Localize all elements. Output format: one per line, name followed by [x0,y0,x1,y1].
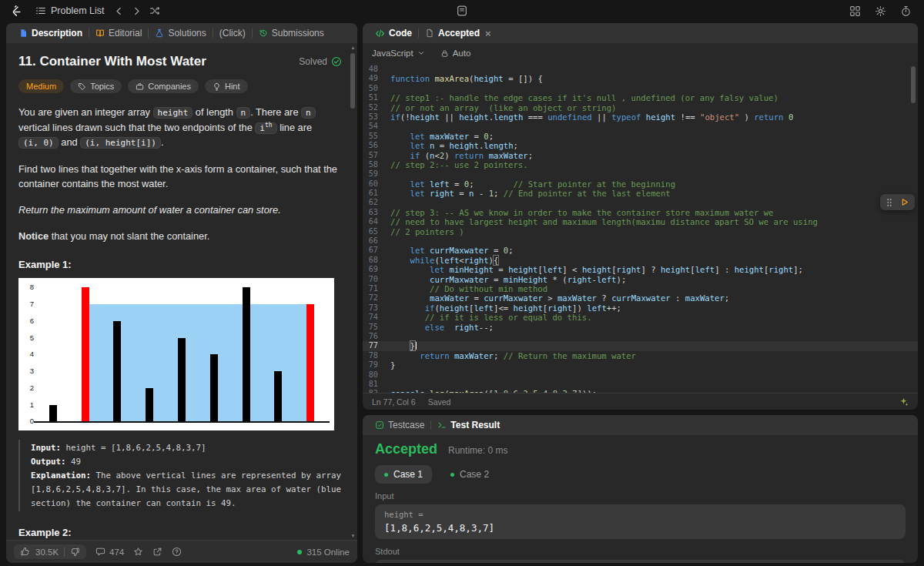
code-line[interactable]: 69 let minHeight = height[left] < height… [363,265,918,274]
code-line[interactable]: 81 [363,380,918,389]
problem-list-button[interactable]: Problem List [32,3,108,18]
stdout-box[interactable] [375,560,906,563]
code-line[interactable]: 80 [363,370,918,380]
question-icon [172,547,182,557]
code-line[interactable]: 79} [363,360,918,370]
code-line[interactable]: 78 return maxWater; // Return the maximu… [363,351,918,360]
input-box[interactable]: height = [1,8,6,2,5,4,8,3,7] [375,504,906,539]
tab-click[interactable]: (Click) [213,28,252,39]
code-line[interactable]: 62 [363,198,918,207]
line-number: 80 [363,370,390,380]
code-line[interactable]: 60 let left = 0; // Start pointer at the… [363,179,918,189]
code-line[interactable]: 50 [363,84,918,93]
layout-button[interactable] [848,4,862,18]
favorite-button[interactable] [133,547,143,557]
floating-run-widget [880,194,915,210]
drag-handle-icon[interactable] [886,198,893,207]
code-line[interactable]: 51// step1 :- handle the edge cases if i… [363,93,918,102]
code-line[interactable]: 59 [363,169,918,179]
editor-scrollbar[interactable] [910,65,917,391]
code-line[interactable]: 74 // if it is less or equal do this. [363,313,918,322]
inline-code: (i, height[i]) [80,137,161,149]
code-line[interactable]: 82console.log(maxArea([1,8,6,2,5,4,8,3,7… [363,389,918,393]
problem-paragraph-4: Notice that you may not slant the contai… [18,229,342,243]
prev-problem-button[interactable] [112,5,126,18]
tab-editorial[interactable]: Editorial [89,28,148,39]
case-1-tab[interactable]: Case 1 [375,465,432,484]
tab-test-result[interactable]: Test Result [431,420,506,430]
topics-chip[interactable]: Topics [70,79,122,93]
code-line[interactable]: 55 let maxWater = 0; [363,132,918,141]
shuffle-button[interactable] [148,4,162,18]
description-scrollbar[interactable]: ▲ ▼ [350,45,357,538]
notebook-button[interactable] [454,3,470,18]
code-line[interactable]: 58// step 2:-- use 2 pointers. [363,160,918,169]
testcase-check-icon [375,420,384,430]
hint-chip[interactable]: Hint [205,79,248,93]
code-line[interactable]: 76 [363,332,918,341]
timer-button[interactable] [899,4,913,18]
code-line[interactable]: 72 maxWater = currMaxwater > maxWater ? … [363,293,918,303]
code-line[interactable]: 77 } [363,341,918,350]
scroll-up-arrow[interactable]: ▲ [350,45,357,50]
code-line[interactable]: 49function maxArea(height = []) { [363,74,918,83]
line-number: 73 [363,303,390,313]
settings-button[interactable] [873,4,888,18]
code-line[interactable]: 64// need to have largest height and max… [363,217,918,226]
difficulty-badge[interactable]: Medium [18,79,64,93]
code-line[interactable]: 57 if (n<2) return maxWater; [363,151,918,160]
code-line[interactable]: 48 [363,65,918,74]
tab-accepted[interactable]: Accepted × [419,28,497,39]
scrollbar-thumb[interactable] [350,53,355,109]
leetcode-logo[interactable] [8,3,24,19]
next-problem-button[interactable] [130,5,143,18]
scroll-down-arrow[interactable]: ▼ [350,533,357,538]
code-line[interactable]: 71 // Do without min method [363,284,918,293]
code-line[interactable]: 63// step 3: -- AS we know in order to m… [363,208,918,217]
thumbs-up-icon[interactable] [20,547,30,557]
feedback-button[interactable] [172,547,182,557]
tab-solutions[interactable]: Solutions [149,28,212,39]
code-line[interactable]: 54 [363,122,918,131]
code-editor[interactable]: 4849function maxArea(height = []) {5051/… [363,63,918,393]
code-line[interactable]: 52// or not an array (like an object or … [363,103,918,112]
case-2-tab[interactable]: Case 2 [441,465,498,484]
tab-label: Editorial [109,28,142,39]
like-count: 30.5K [35,548,59,557]
submissions-icon [259,28,268,38]
thumbs-down-icon[interactable] [70,547,80,557]
autocomplete-toggle[interactable]: Auto [440,49,471,58]
close-tab-icon[interactable]: × [485,28,491,39]
y-tick-label: 0 [20,417,34,425]
comments-control[interactable]: 474 [95,547,124,557]
tab-label: (Click) [219,28,246,39]
code-line[interactable]: 61 let right = n - 1; // End pointer at … [363,189,918,198]
scrollbar-thumb[interactable] [911,66,916,103]
divider [64,548,65,557]
share-button[interactable] [152,547,162,557]
code-line[interactable]: 67 let currMaxwater = 0; [363,246,918,255]
example-2-label: Example 2: [18,527,342,538]
topics-label: Topics [90,82,114,91]
code-line[interactable]: 75 else right--; [363,323,918,332]
y-tick-label: 1 [20,401,34,409]
code-line[interactable]: 73 if(height[left]<= height[right]) left… [363,303,918,313]
tab-code[interactable]: Code [369,28,418,39]
code-line[interactable]: 70 currMaxwater = minHeight * (right-lef… [363,275,918,284]
code-line[interactable]: 56 let n = height.length; [363,141,918,150]
run-button[interactable] [899,197,909,207]
line-number: 68 [363,256,390,265]
tab-description[interactable]: Description [12,28,89,39]
language-selector[interactable]: JavaScript [372,49,425,58]
code-line[interactable]: 66 [363,236,918,246]
code-line[interactable]: 53if(!height || height.length === undefi… [363,112,918,122]
y-tick-label: 6 [20,317,34,325]
sparkle-icon[interactable] [899,397,909,407]
text-cursor [416,342,417,350]
like-dislike-control[interactable]: 30.5K [14,544,86,559]
code-line[interactable]: 65// 2 pointers ) [363,227,918,236]
tab-testcase[interactable]: Testcase [369,420,430,430]
companies-chip[interactable]: Companies [128,79,199,93]
code-line[interactable]: 68 while(left<right){ [363,256,918,265]
tab-submissions[interactable]: Submissions [253,28,330,39]
